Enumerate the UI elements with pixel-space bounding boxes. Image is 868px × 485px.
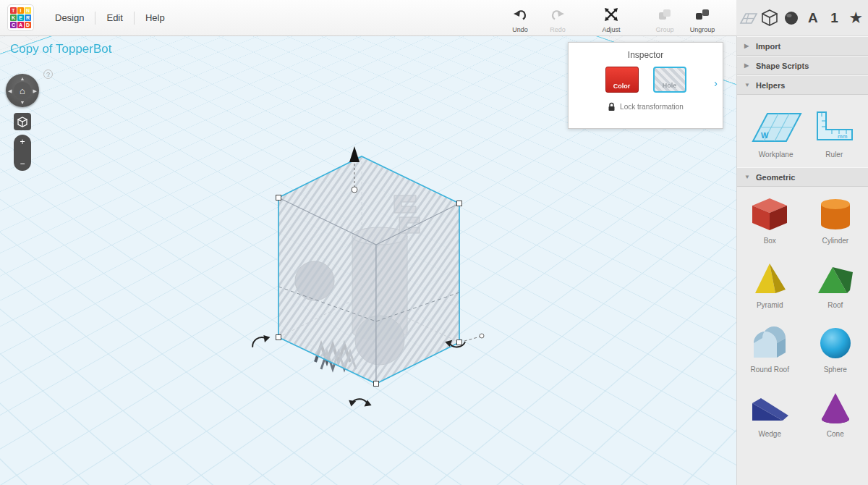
section-helpers[interactable]: ▼ Helpers bbox=[737, 75, 868, 95]
shape-label: Wedge bbox=[758, 430, 781, 438]
roof-icon bbox=[815, 260, 856, 298]
section-geometric[interactable]: ▼ Geometric bbox=[737, 167, 868, 187]
shape-label: Cylinder bbox=[822, 237, 848, 245]
hole-swatch[interactable]: Hole bbox=[653, 67, 686, 93]
cone-icon bbox=[815, 389, 856, 426]
fit-view-button[interactable] bbox=[14, 113, 31, 130]
shape-cylinder[interactable]: Cylinder bbox=[803, 195, 868, 245]
shape-wedge[interactable]: Wedge bbox=[737, 389, 803, 438]
wedge-icon bbox=[749, 389, 790, 426]
tab-letters[interactable]: A bbox=[804, 7, 822, 29]
group-icon bbox=[658, 7, 672, 25]
shape-label: Roof bbox=[827, 301, 843, 309]
helpers-section-label: Helpers bbox=[756, 81, 785, 90]
ruler-label: Ruler bbox=[825, 151, 843, 159]
helpers-list: W Workplane mm Ruler bbox=[737, 95, 868, 167]
undo-button[interactable]: Undo bbox=[503, 3, 537, 33]
redo-button[interactable]: Redo bbox=[541, 3, 574, 33]
letters-icon: A bbox=[808, 11, 818, 25]
group-button[interactable]: Group bbox=[648, 3, 681, 33]
adjust-button[interactable]: Adjust bbox=[595, 3, 628, 33]
shape-category-strip: A 1 ★ bbox=[736, 0, 868, 36]
tab-numbers[interactable]: 1 bbox=[825, 7, 844, 29]
box-icon bbox=[749, 195, 790, 233]
unit-value: inches bbox=[677, 447, 698, 455]
design-title[interactable]: Copy of TopperBot bbox=[10, 42, 112, 56]
unit-select[interactable]: inches ▲ ▼ bbox=[673, 445, 718, 457]
measure-line bbox=[459, 334, 484, 342]
redo-icon bbox=[550, 7, 565, 25]
swatch-row: Color Hole bbox=[569, 67, 723, 93]
tab-symbols[interactable]: ★ bbox=[846, 7, 865, 29]
snap-grid-select[interactable]: 1/8" ▲ ▼ bbox=[673, 461, 718, 473]
import-section-label: Import bbox=[756, 42, 780, 51]
orbit-up-icon[interactable]: ▲ bbox=[20, 76, 25, 81]
lock-transformation-toggle[interactable]: Lock transformation bbox=[569, 102, 723, 111]
orbit-right-icon[interactable]: ▶ bbox=[33, 88, 37, 93]
menu-design[interactable]: Design bbox=[44, 0, 95, 35]
redo-label: Redo bbox=[550, 26, 566, 33]
rotate-handle-bottom[interactable] bbox=[347, 394, 373, 413]
expand-arrow-icon: ▼ bbox=[744, 174, 751, 180]
color-swatch[interactable]: Color bbox=[605, 67, 639, 93]
adjust-label: Adjust bbox=[602, 26, 620, 33]
shape-sphere[interactable]: Sphere bbox=[803, 324, 868, 374]
shape-roof[interactable]: Roof bbox=[803, 260, 868, 309]
logo-cell: C bbox=[10, 22, 17, 28]
inspector-title: Inspector bbox=[569, 50, 723, 60]
tinkercad-logo[interactable]: T I N K E R C A D bbox=[7, 4, 34, 31]
shape-label: Cone bbox=[827, 430, 844, 438]
workplane-label: Workplane bbox=[759, 151, 793, 159]
zoom-out-button[interactable]: − bbox=[20, 159, 25, 168]
collapse-arrow-icon: ▶ bbox=[744, 43, 751, 49]
orbit-down-icon[interactable]: ▼ bbox=[20, 100, 25, 105]
top-toolbar: T I N K E R C A D Design Edit Help Undo … bbox=[0, 0, 736, 36]
tab-workplane-icon[interactable] bbox=[739, 7, 758, 29]
home-view-icon[interactable]: ⌂ bbox=[14, 82, 31, 99]
helper-ruler[interactable]: mm Ruler bbox=[812, 108, 856, 159]
collapse-arrow-icon: ▶ bbox=[744, 62, 751, 69]
shape-round-roof[interactable]: Round Roof bbox=[737, 324, 803, 374]
orbit-view-control[interactable]: ▲ ▼ ◀ ▶ ⌂ bbox=[6, 74, 39, 107]
tab-special-shapes-icon[interactable] bbox=[782, 7, 801, 29]
shape-label: Box bbox=[764, 237, 776, 245]
menu-edit[interactable]: Edit bbox=[95, 0, 133, 35]
helper-workplane[interactable]: W Workplane bbox=[749, 108, 804, 159]
ungroup-button[interactable]: Ungroup bbox=[686, 3, 719, 33]
shape-box[interactable]: Box bbox=[737, 195, 803, 245]
unit-label: Unit bbox=[655, 447, 668, 455]
bottom-bar bbox=[130, 475, 712, 485]
shape-cone[interactable]: Cone bbox=[803, 389, 868, 438]
undo-label: Undo bbox=[512, 26, 528, 33]
shape-pyramid[interactable]: Pyramid bbox=[737, 260, 803, 309]
logo-cell: A bbox=[17, 22, 24, 28]
zoom-control[interactable]: + − bbox=[14, 135, 31, 171]
toolbar-actions: Undo Redo Adjust bbox=[503, 3, 736, 33]
tab-geometric-cube-icon[interactable] bbox=[760, 7, 779, 29]
unit-stepper[interactable]: ▲ ▼ bbox=[707, 446, 717, 457]
logo-cell: I bbox=[17, 7, 24, 14]
cube-view-icon bbox=[17, 117, 27, 127]
menu-help[interactable]: Help bbox=[135, 0, 176, 35]
inspector-expand-chevron-icon[interactable]: › bbox=[714, 77, 718, 89]
section-shape-scripts[interactable]: ▶ Shape Scripts bbox=[737, 56, 868, 75]
zoom-in-button[interactable]: + bbox=[20, 138, 25, 146]
selected-model[interactable] bbox=[246, 129, 485, 418]
snap-grid-stepper[interactable]: ▲ ▼ bbox=[707, 462, 717, 473]
ungroup-icon bbox=[695, 7, 710, 25]
workplane-icon: W bbox=[749, 108, 804, 146]
stepper-down-icon: ▼ bbox=[711, 468, 715, 471]
ungroup-label: Ungroup bbox=[690, 26, 715, 33]
adjust-icon bbox=[604, 7, 618, 25]
logo-cell: D bbox=[25, 22, 31, 28]
design-canvas[interactable]: Copy of TopperBot ▲ ▼ ◀ ▶ ⌂ ? + − bbox=[0, 36, 736, 485]
grid-settings: Unit inches ▲ ▼ Snap grid 1/8" ▲ ▼ bbox=[637, 445, 718, 473]
lock-icon bbox=[608, 102, 616, 111]
rotate-handle-left[interactable] bbox=[250, 334, 271, 347]
section-import[interactable]: ▶ Import bbox=[737, 36, 868, 56]
group-label: Group bbox=[655, 26, 673, 33]
shape-label: Sphere bbox=[824, 366, 847, 374]
orbit-left-icon[interactable]: ◀ bbox=[8, 88, 12, 93]
svg-text:W: W bbox=[761, 131, 769, 140]
nav-help-icon[interactable]: ? bbox=[43, 69, 53, 79]
